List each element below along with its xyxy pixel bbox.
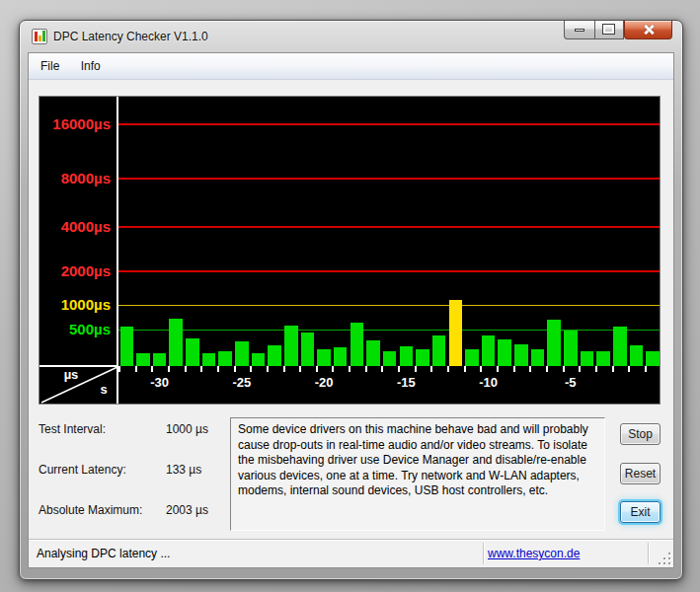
test-interval-value: 1000 µs: [166, 422, 208, 436]
chart-bar: [630, 345, 644, 366]
y-gridline-1000us: [118, 305, 660, 306]
absolute-maximum-value: 2003 µs: [166, 503, 208, 517]
chart-bar: [268, 345, 281, 366]
y-axis-label-16000us: 16000µs: [39, 115, 111, 132]
x-axis-tick: [645, 366, 647, 372]
menu-item-file[interactable]: File: [32, 53, 68, 79]
x-axis-tick: [267, 366, 269, 372]
chart-bar: [301, 333, 315, 366]
x-axis-tick: [118, 366, 120, 372]
x-axis-tick: [250, 366, 252, 372]
y-axis-label-500us: 500µs: [39, 321, 111, 337]
y-axis-label-1000us: 1000µs: [39, 296, 111, 313]
chart-bar: [514, 344, 528, 366]
maximize-icon: [603, 25, 614, 34]
chart-bar: [218, 351, 232, 366]
x-axis-label: -10: [467, 375, 510, 390]
x-axis-tick: [365, 366, 367, 372]
y-unit-label: µs: [53, 367, 89, 382]
x-axis-tick: [151, 366, 153, 372]
chart-bar: [350, 323, 364, 366]
status-separator: [483, 543, 484, 564]
x-axis-tick: [579, 366, 581, 372]
y-axis-label-8000us: 8000µs: [39, 170, 111, 186]
x-axis-tick: [497, 366, 499, 372]
chart-bar: [169, 319, 183, 366]
chart-bar: [366, 340, 380, 366]
x-axis-tick: [185, 366, 187, 372]
menu-item-info[interactable]: Info: [72, 53, 110, 79]
absolute-maximum-label: Absolute Maximum:: [39, 503, 142, 517]
x-axis-tick: [415, 366, 417, 372]
x-axis-tick: [447, 366, 449, 372]
reset-button[interactable]: Reset: [620, 463, 661, 484]
x-axis-label: -15: [384, 375, 428, 390]
x-axis-label: -30: [138, 375, 182, 390]
chart-bar: [317, 349, 331, 366]
chart-bar: [432, 335, 446, 366]
x-axis-tick: [563, 366, 565, 372]
chart-bar-highlight: [449, 300, 463, 366]
x-axis-tick: [217, 366, 219, 372]
x-axis-tick: [513, 366, 515, 372]
x-axis-tick: [398, 366, 400, 372]
chart-bar: [153, 353, 167, 366]
chart-bar: [482, 335, 496, 366]
status-text: Analysing DPC latency ...: [37, 547, 170, 560]
resize-grip-icon[interactable]: [659, 553, 671, 565]
y-gridline-8000us: [118, 178, 660, 180]
chart-bar: [202, 353, 216, 366]
x-axis-tick: [168, 366, 170, 372]
test-interval-label: Test Interval:: [39, 422, 106, 436]
x-unit-label: s: [89, 382, 118, 397]
y-gridline-2000us: [118, 270, 660, 272]
chart-bar: [284, 326, 298, 366]
x-axis-tick: [381, 366, 383, 372]
axis-corner-diagonal: [39, 97, 118, 405]
app-window: DPC Latency Checker V1.1.0 File Info µs: [19, 20, 683, 580]
x-axis-tick: [299, 366, 301, 372]
minimize-button[interactable]: [564, 21, 594, 39]
menu-bar: File Info: [29, 53, 673, 80]
x-axis-tick: [135, 366, 137, 372]
y-axis-label-2000us: 2000µs: [39, 262, 111, 279]
close-icon: [643, 24, 655, 36]
x-axis-tick: [332, 366, 334, 372]
client-area: File Info µs s 16000µs8000µs4000µs2000µs…: [28, 52, 674, 568]
x-axis-tick: [283, 366, 285, 372]
minimize-icon: [575, 29, 584, 32]
latency-chart: µs s 16000µs8000µs4000µs2000µs1000µs500µ…: [39, 96, 661, 405]
chart-bar: [646, 351, 660, 366]
current-latency-label: Current Latency:: [39, 463, 126, 477]
status-separator: [648, 543, 649, 564]
exit-button[interactable]: Exit: [620, 501, 661, 523]
x-axis-tick: [464, 366, 466, 372]
chart-bar: [416, 349, 429, 366]
chart-bar: [120, 327, 134, 366]
x-axis-label: -5: [549, 375, 592, 390]
y-gridline-4000us: [118, 226, 660, 228]
chart-bar: [581, 351, 594, 366]
x-axis-label: -25: [220, 375, 264, 390]
chart-bar: [235, 341, 249, 366]
x-axis-tick: [349, 366, 350, 372]
maximize-button[interactable]: [594, 21, 624, 39]
current-latency-value: 133 µs: [166, 463, 201, 477]
y-gridline-16000us: [118, 123, 660, 125]
x-axis-tick: [316, 366, 318, 372]
y-axis-label-4000us: 4000µs: [39, 218, 111, 235]
titlebar[interactable]: DPC Latency Checker V1.1.0: [20, 21, 682, 52]
chart-bar: [613, 327, 627, 366]
thesycon-link[interactable]: www.thesycon.de: [488, 547, 580, 560]
chart-bar: [531, 349, 545, 366]
chart-bar: [383, 351, 397, 366]
chart-bar: [596, 351, 610, 366]
x-axis-tick: [529, 366, 531, 372]
stop-button[interactable]: Stop: [620, 423, 661, 445]
x-axis-tick: [430, 366, 432, 372]
chart-bar: [564, 331, 578, 366]
x-axis-tick: [546, 366, 548, 372]
close-button[interactable]: [624, 21, 672, 39]
screenshot-backdrop: DPC Latency Checker V1.1.0 File Info µs: [0, 0, 700, 592]
chart-bar: [334, 347, 348, 366]
